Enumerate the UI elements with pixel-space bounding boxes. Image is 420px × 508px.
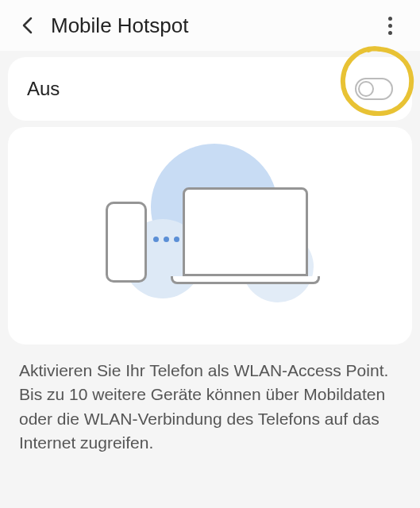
laptop-icon	[183, 187, 320, 284]
hotspot-toggle-row[interactable]: Aus	[8, 57, 412, 121]
more-vertical-icon	[388, 17, 392, 35]
page-title: Mobile Hotspot	[51, 13, 376, 38]
description-text: Aktivieren Sie Ihr Telefon als WLAN-Acce…	[0, 344, 420, 470]
chevron-left-icon	[21, 17, 33, 34]
hotspot-illustration	[83, 156, 337, 314]
phone-icon	[106, 202, 147, 283]
illustration-card	[8, 127, 412, 344]
connection-dots-icon	[153, 237, 179, 242]
hotspot-toggle-switch[interactable]	[355, 78, 393, 100]
back-button[interactable]	[13, 11, 41, 40]
toggle-thumb	[358, 81, 374, 97]
header-bar: Mobile Hotspot	[0, 0, 420, 51]
more-options-button[interactable]	[376, 11, 404, 40]
toggle-state-label: Aus	[27, 78, 355, 100]
